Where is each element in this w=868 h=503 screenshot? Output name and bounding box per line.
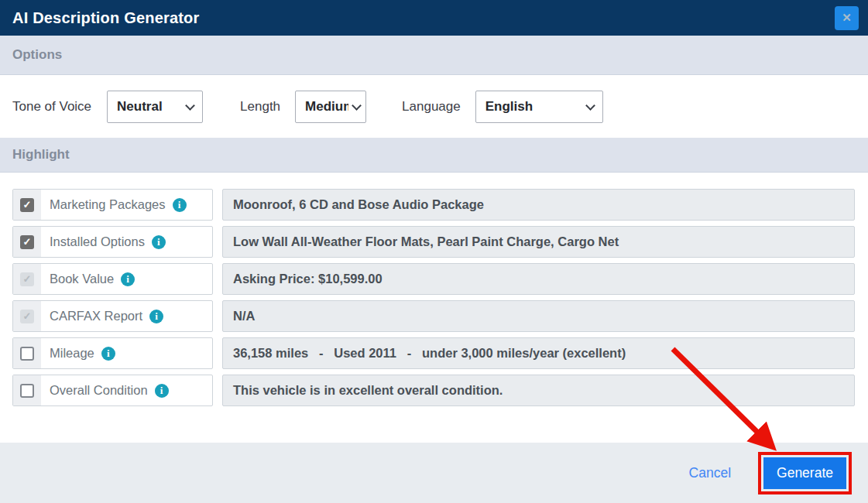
check-icon: ✓ (23, 237, 32, 247)
options-controls-row: Tone of Voice Neutral Length Medium Lang… (0, 75, 868, 138)
row-mileage: ✓ Mileage i 36,158 miles - Used 2011 - u… (12, 337, 855, 369)
installed-options-label: Installed Options (50, 234, 145, 249)
check-icon: ✓ (23, 274, 32, 284)
length-label: Length (240, 99, 280, 115)
cancel-button[interactable]: Cancel (689, 465, 731, 481)
language-label: Language (402, 99, 461, 115)
checkbox-prepend: ✓ (13, 264, 41, 294)
highlight-section-header: Highlight (0, 138, 868, 173)
carfax-report-value: N/A (222, 300, 855, 332)
highlight-rows: ✓ Marketing Packages i Moonroof, 6 CD an… (0, 173, 868, 406)
checkbox-prepend: ✓ (13, 190, 41, 220)
modal-footer: Cancel Generate (0, 443, 868, 503)
info-icon[interactable]: i (152, 235, 166, 249)
close-icon: ✕ (842, 11, 852, 25)
mileage-value: 36,158 miles - Used 2011 - under 3,000 m… (222, 337, 855, 369)
overall-condition-checkbox[interactable]: ✓ (20, 384, 34, 398)
marketing-packages-label-cell: ✓ Marketing Packages i (12, 189, 213, 221)
book-value-value: Asking Price: $10,599.00 (222, 263, 855, 295)
modal-header: AI Description Generator ✕ (0, 0, 868, 36)
installed-options-label-cell: ✓ Installed Options i (12, 226, 213, 258)
row-carfax-report: ✓ CARFAX Report i N/A (12, 300, 855, 332)
mileage-checkbox[interactable]: ✓ (20, 347, 34, 361)
book-value-checkbox: ✓ (20, 272, 34, 286)
options-section-label: Options (12, 47, 62, 63)
carfax-report-checkbox: ✓ (20, 310, 34, 323)
highlight-section-label: Highlight (12, 147, 70, 163)
checkbox-prepend: ✓ (13, 227, 41, 257)
marketing-packages-label: Marketing Packages (50, 197, 166, 212)
generate-button[interactable]: Generate (763, 457, 846, 489)
carfax-report-label-cell: ✓ CARFAX Report i (12, 300, 213, 332)
language-select-wrap: English (475, 91, 603, 123)
check-icon: ✓ (23, 311, 32, 321)
row-book-value: ✓ Book Value i Asking Price: $10,599.00 (12, 263, 855, 295)
info-icon[interactable]: i (173, 198, 187, 212)
checkbox-prepend: ✓ (13, 375, 41, 405)
tone-of-voice-select[interactable]: Neutral (107, 91, 203, 123)
info-icon[interactable]: i (149, 310, 163, 323)
book-value-label-cell: ✓ Book Value i (12, 263, 213, 295)
mileage-label-cell: ✓ Mileage i (12, 337, 213, 369)
overall-condition-label: Overall Condition (50, 383, 148, 398)
checkbox-prepend: ✓ (13, 301, 41, 331)
mileage-label: Mileage (50, 346, 94, 361)
row-overall-condition: ✓ Overall Condition i This vehicle is in… (12, 375, 855, 406)
tone-of-voice-select-wrap: Neutral (107, 91, 203, 123)
overall-condition-value: This vehicle is in excellent overall con… (222, 375, 855, 406)
checkbox-prepend: ✓ (13, 338, 41, 368)
language-select[interactable]: English (475, 91, 603, 123)
row-marketing-packages: ✓ Marketing Packages i Moonroof, 6 CD an… (12, 189, 855, 221)
row-installed-options: ✓ Installed Options i Low Wall All-Weath… (12, 226, 855, 258)
length-select[interactable]: Medium (295, 91, 366, 123)
generate-highlight-annotation: Generate (758, 452, 852, 494)
info-icon[interactable]: i (101, 347, 115, 361)
length-select-wrap: Medium (295, 91, 366, 123)
modal-title: AI Description Generator (12, 9, 200, 27)
marketing-packages-checkbox[interactable]: ✓ (20, 198, 34, 212)
close-button[interactable]: ✕ (835, 6, 859, 30)
check-icon: ✓ (23, 200, 32, 210)
carfax-report-label: CARFAX Report (50, 309, 142, 323)
installed-options-checkbox[interactable]: ✓ (20, 235, 34, 249)
installed-options-value: Low Wall All-Weather Floor Mats, Pearl P… (222, 226, 855, 258)
tone-of-voice-label: Tone of Voice (12, 99, 91, 115)
info-icon[interactable]: i (155, 384, 169, 398)
options-section-header: Options (0, 36, 868, 75)
marketing-packages-value: Moonroof, 6 CD and Bose Audio Package (222, 189, 855, 221)
overall-condition-label-cell: ✓ Overall Condition i (12, 375, 213, 406)
info-icon[interactable]: i (121, 272, 135, 286)
book-value-label: Book Value (50, 272, 114, 286)
